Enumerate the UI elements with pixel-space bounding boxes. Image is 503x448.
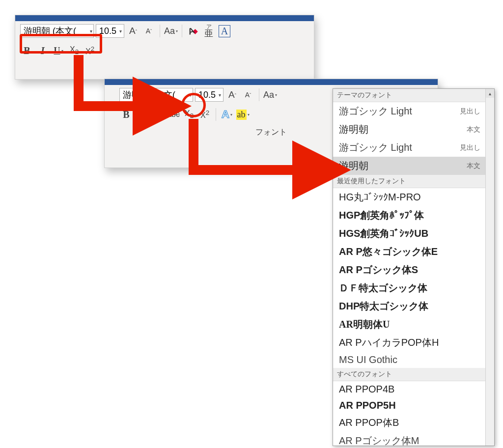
underline-button[interactable]: U <box>151 108 165 121</box>
chevron-down-icon[interactable]: ▾ <box>119 28 122 34</box>
separator <box>182 25 182 37</box>
chevron-down-icon[interactable]: ▾ <box>90 28 92 34</box>
font-item[interactable]: HGS創英角ｺﾞｼｯｸUB <box>333 224 485 243</box>
format-row-1: B I U X2 X2 <box>15 41 314 60</box>
bold-button[interactable]: B <box>20 44 34 57</box>
section-recent-fonts: 最近使用したフォント <box>333 175 485 188</box>
clear-format-button[interactable]: A◆ <box>186 24 200 38</box>
change-case-button[interactable]: Aa <box>164 24 178 38</box>
subscript-button[interactable]: X2 <box>67 44 81 57</box>
font-item[interactable]: ＤＦ特太ゴシック体 <box>333 279 485 297</box>
shrink-font-button[interactable]: Aˇ <box>241 88 255 102</box>
section-all-fonts: すべてのフォント <box>333 368 485 381</box>
font-item[interactable]: 游ゴシック Light見出し <box>333 102 485 120</box>
superscript-button[interactable]: X2 <box>198 108 212 121</box>
ruby-button[interactable]: ア亜 <box>202 24 216 38</box>
font-size-combo[interactable]: 10.5 ▾ <box>96 24 124 38</box>
font-name-value: 游明朝 (本文( <box>123 89 175 101</box>
text-effects-button[interactable]: A <box>220 108 234 121</box>
font-item[interactable]: 游ゴシック Light見出し <box>333 139 485 157</box>
font-item[interactable]: AR PPOP5H <box>333 397 485 414</box>
font-dropdown-menu: テーマのフォント 游ゴシック Light見出し 游明朝本文 游ゴシック Ligh… <box>333 88 495 446</box>
font-size-value: 10.5 <box>99 26 116 36</box>
title-bar <box>15 15 314 21</box>
grow-font-button[interactable]: Aˆ <box>225 88 239 102</box>
font-item[interactable]: 游明朝本文 <box>333 120 485 139</box>
strike-button[interactable]: abc <box>167 108 180 121</box>
separator <box>259 88 259 101</box>
separator <box>216 108 216 121</box>
grow-font-button[interactable]: Aˆ <box>126 24 140 38</box>
font-name-combo[interactable]: 游明朝 (本文( ▾ <box>119 88 193 102</box>
italic-button[interactable]: I <box>36 44 50 57</box>
chevron-down-icon[interactable]: ▾ <box>219 92 221 98</box>
font-item[interactable]: AR Pゴシック体M <box>333 432 485 446</box>
font-item[interactable]: HG丸ｺﾞｼｯｸM-PRO <box>333 188 485 206</box>
font-size-value: 10.5 <box>198 90 216 100</box>
font-item[interactable]: AR P悠々ゴシック体E <box>333 243 485 261</box>
font-item[interactable]: AR PハイカラPOP体H <box>333 334 485 352</box>
font-item[interactable]: HGP創英角ﾎﾟｯﾌﾟ体 <box>333 206 485 224</box>
font-list: テーマのフォント 游ゴシック Light見出し 游明朝本文 游ゴシック Ligh… <box>333 89 494 446</box>
scrollbar[interactable]: ▴ ▾ <box>485 89 494 446</box>
chevron-down-icon[interactable]: ▾ <box>189 92 192 98</box>
ribbon-panel-1: 游明朝 (本文( ▾ 10.5 ▾ Aˆ Aˇ Aa A◆ ア亜 A B I U… <box>15 15 314 80</box>
scrollbar-track[interactable] <box>486 98 494 446</box>
font-item[interactable]: AR PPOP4B <box>333 381 485 397</box>
font-size-combo[interactable]: 10.5 ▾ <box>195 88 224 102</box>
shrink-font-button[interactable]: Aˇ <box>142 24 156 38</box>
superscript-button[interactable]: X2 <box>83 44 97 57</box>
font-item[interactable]: AR明朝体U <box>333 315 485 334</box>
font-row-1: 游明朝 (本文( ▾ 10.5 ▾ Aˆ Aˇ Aa A◆ ア亜 A <box>15 21 314 41</box>
font-name-combo[interactable]: 游明朝 (本文( ▾ <box>20 24 94 38</box>
font-item[interactable]: AR PPOP体B <box>333 414 485 432</box>
scroll-up-button[interactable]: ▴ <box>486 89 494 98</box>
char-border-button[interactable]: A <box>218 24 231 38</box>
separator <box>160 25 160 37</box>
change-case-button[interactable]: Aa <box>263 88 277 102</box>
italic-button[interactable]: I <box>135 108 149 121</box>
highlight-button[interactable]: ab <box>236 108 250 121</box>
font-item[interactable]: DHP特太ゴシック体 <box>333 297 485 315</box>
title-bar <box>105 79 438 85</box>
font-item[interactable]: AR Pゴシック体S <box>333 261 485 279</box>
subscript-button[interactable]: X2 <box>182 108 196 121</box>
font-item[interactable]: MS UI Gothic <box>333 352 485 368</box>
font-name-value: 游明朝 (本文( <box>24 25 76 37</box>
section-theme-fonts: テーマのフォント <box>333 89 485 102</box>
bold-button[interactable]: B <box>119 108 133 121</box>
font-item-selected[interactable]: 游明朝本文 <box>333 157 485 175</box>
underline-button[interactable]: U <box>52 44 65 57</box>
